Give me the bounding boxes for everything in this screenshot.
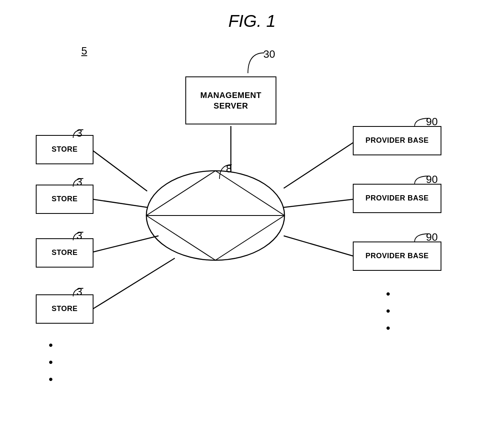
svg-line-1 (215, 171, 285, 216)
store-label-3: STORE (52, 248, 78, 257)
ref-label-store-2: 3 (76, 176, 82, 188)
svg-point-0 (146, 171, 285, 260)
ref-label-store-4: 3 (76, 285, 82, 298)
svg-line-13 (284, 236, 354, 256)
store-label-4: STORE (52, 304, 78, 313)
ref-label-provider-2: 90 (426, 173, 438, 186)
provider-label-1: PROVIDER BASE (365, 136, 429, 145)
ref-label-system: 5 (81, 45, 87, 57)
store-box-3: STORE (36, 238, 93, 268)
provider-box-2: PROVIDER BASE (353, 184, 441, 213)
management-server-box: MANAGEMENTSERVER (185, 76, 276, 124)
svg-layer (0, 0, 504, 431)
svg-line-8 (93, 199, 147, 207)
store-box-4: STORE (36, 294, 93, 324)
svg-line-12 (284, 199, 354, 207)
svg-line-7 (93, 150, 147, 191)
svg-line-11 (284, 142, 354, 188)
ref-label-store-3: 3 (76, 229, 82, 242)
svg-line-2 (146, 171, 215, 216)
provider-box-3: PROVIDER BASE (353, 242, 441, 271)
provider-box-1: PROVIDER BASE (353, 126, 441, 155)
diagram: FIG. 1 5 30 8 MANAGEMENTSERVER STORE 3 S… (0, 0, 504, 431)
store-label-2: STORE (52, 194, 78, 204)
svg-line-9 (93, 236, 159, 252)
figure-title: FIG. 1 (228, 11, 276, 31)
ref-label-management: 30 (263, 48, 275, 61)
svg-line-4 (215, 216, 285, 260)
svg-line-10 (93, 258, 175, 309)
svg-line-5 (146, 216, 215, 260)
provider-label-3: PROVIDER BASE (365, 251, 429, 261)
store-box-1: STORE (36, 135, 93, 164)
provider-dots: ••• (386, 285, 391, 337)
management-server-label: MANAGEMENTSERVER (200, 90, 262, 111)
store-dots: ••• (49, 337, 54, 388)
provider-label-2: PROVIDER BASE (365, 194, 429, 203)
ref-label-provider-3: 90 (426, 231, 438, 244)
ref-label-store-1: 3 (76, 127, 82, 139)
store-label-1: STORE (52, 145, 78, 154)
ref-label-provider-1: 90 (426, 115, 438, 128)
store-box-2: STORE (36, 185, 93, 214)
ref-label-network: 8 (226, 163, 232, 175)
